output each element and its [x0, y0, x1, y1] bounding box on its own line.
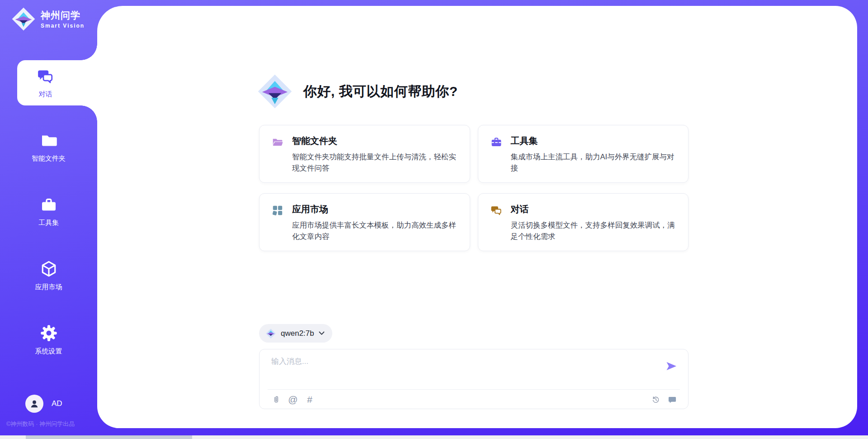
card-app-market[interactable]: 应用市场 应用市场提供丰富长文本模板，助力高效生成多样化文章内容 [259, 193, 470, 251]
model-logo-icon [265, 328, 276, 339]
quick-phrase-button[interactable] [667, 394, 677, 405]
avatar [25, 395, 43, 413]
message-composer: @ # [259, 349, 689, 409]
greeting: 你好, 我可以如何帮助你? [256, 73, 458, 110]
horizontal-scrollbar [0, 435, 868, 439]
message-input[interactable] [271, 356, 646, 380]
hash-icon: # [307, 395, 312, 405]
briefcase-icon [40, 196, 58, 214]
chat-bubbles-icon [491, 205, 502, 216]
copyright: ©神州数码 · 神州问学出品 [6, 420, 75, 428]
greeting-logo-icon [256, 73, 293, 110]
brand-name: 神州问学 [41, 9, 85, 22]
greeting-title: 你好, 我可以如何帮助你? [303, 82, 458, 101]
history-button[interactable] [651, 394, 660, 405]
send-icon [665, 360, 678, 372]
topic-button[interactable]: # [305, 394, 315, 405]
card-description: 应用市场提供丰富长文本模板，助力高效生成多样化文章内容 [292, 220, 459, 242]
send-button[interactable] [665, 360, 678, 372]
sidebar-item-label: 系统设置 [35, 347, 62, 356]
main-panel: 你好, 我可以如何帮助你? 智能文件夹 智能文件夹功能支持批量文件上传与清洗，轻… [97, 6, 857, 428]
chevron-down-icon [319, 331, 325, 335]
card-description: 灵活切换多模型文件，支持多样回复效果调试，满足个性化需求 [511, 220, 678, 242]
sidebar-item-chat[interactable]: 对话 [17, 60, 97, 105]
sidebar-item-label: 智能文件夹 [32, 154, 66, 163]
sidebar-item-label: 对话 [39, 90, 52, 99]
model-selector[interactable]: qwen2:7b [259, 324, 332, 343]
card-title: 智能文件夹 [292, 135, 459, 147]
cube-icon [40, 260, 58, 278]
model-name: qwen2:7b [281, 329, 314, 338]
user-account[interactable]: AD [25, 395, 62, 413]
horizontal-scrollbar-thumb[interactable] [26, 435, 192, 439]
user-name: AD [52, 399, 62, 408]
card-title: 对话 [511, 203, 678, 215]
composer-toolbar: @ # [271, 393, 677, 406]
brand-subtitle: Smart Vision [41, 23, 85, 29]
card-description: 集成市场上主流工具，助力AI与外界无缝扩展与对接 [511, 151, 678, 174]
sidebar-item-toolset[interactable]: 工具集 [0, 189, 97, 234]
card-smart-folder[interactable]: 智能文件夹 智能文件夹功能支持批量文件上传与清洗，轻松实现文件问答 [259, 125, 470, 183]
folder-icon [40, 131, 58, 149]
folder-open-icon [272, 136, 283, 148]
card-chat[interactable]: 对话 灵活切换多模型文件，支持多样回复效果调试，满足个性化需求 [478, 193, 689, 251]
sidebar-item-label: 工具集 [38, 219, 59, 227]
card-description: 智能文件夹功能支持批量文件上传与清洗，轻松实现文件问答 [292, 151, 459, 174]
card-title: 应用市场 [292, 203, 459, 215]
person-icon [28, 398, 40, 410]
sidebar-item-settings[interactable]: 系统设置 [0, 317, 97, 363]
gear-icon [40, 324, 58, 342]
history-icon [651, 395, 660, 404]
paperclip-icon [272, 395, 281, 404]
brand-logo-icon [11, 6, 36, 32]
briefcase-icon [491, 136, 502, 148]
sidebar-item-smart-folder[interactable]: 智能文件夹 [0, 124, 97, 170]
sidebar: 神州问学 Smart Vision 对话 智能文件夹 工具集 [0, 0, 97, 439]
sidebar-item-app-market[interactable]: 应用市场 [0, 253, 97, 298]
brand: 神州问学 Smart Vision [11, 6, 85, 32]
feature-cards: 智能文件夹 智能文件夹功能支持批量文件上传与清洗，轻松实现文件问答 工具集 集成… [259, 125, 689, 251]
sidebar-item-label: 应用市场 [35, 283, 62, 291]
at-icon: @ [288, 395, 297, 405]
card-toolset[interactable]: 工具集 集成市场上主流工具，助力AI与外界无缝扩展与对接 [478, 125, 689, 183]
grid-cube-icon [272, 205, 283, 216]
card-title: 工具集 [511, 135, 678, 147]
mention-button[interactable]: @ [288, 394, 298, 405]
chat-bubble-icon [668, 395, 677, 404]
attach-file-button[interactable] [271, 394, 281, 405]
composer-divider [268, 389, 680, 390]
chat-bubbles-icon [37, 67, 55, 85]
